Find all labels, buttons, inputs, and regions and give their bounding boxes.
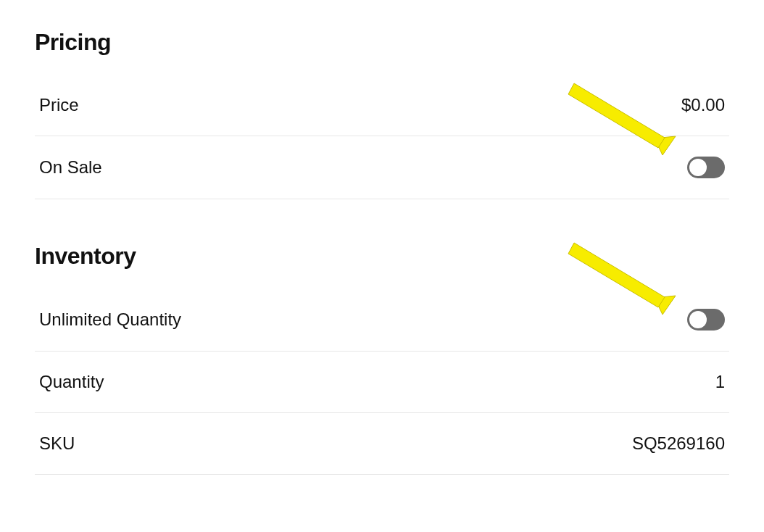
unlimited-quantity-label: Unlimited Quantity [39, 309, 181, 330]
quantity-value: 1 [715, 372, 725, 392]
on-sale-label: On Sale [39, 157, 102, 178]
price-value: $0.00 [681, 95, 725, 115]
on-sale-row: On Sale [35, 136, 729, 199]
pricing-section: Pricing Price $0.00 On Sale [35, 29, 729, 199]
inventory-heading: Inventory [35, 243, 729, 270]
svg-marker-0 [655, 136, 676, 155]
price-row[interactable]: Price $0.00 [35, 82, 729, 136]
sku-label: SKU [39, 433, 75, 454]
pricing-heading: Pricing [35, 29, 729, 56]
quantity-label: Quantity [39, 372, 104, 392]
unlimited-quantity-toggle[interactable] [687, 309, 725, 331]
quantity-row[interactable]: Quantity 1 [35, 352, 729, 413]
on-sale-toggle[interactable] [687, 157, 725, 178]
sku-value: SQ5269160 [632, 433, 725, 454]
svg-marker-2 [655, 296, 676, 315]
price-label: Price [39, 95, 79, 115]
inventory-section: Inventory Unlimited Quantity Quantity 1 … [35, 243, 729, 475]
unlimited-quantity-row: Unlimited Quantity [35, 296, 729, 352]
sku-row[interactable]: SKU SQ5269160 [35, 413, 729, 475]
